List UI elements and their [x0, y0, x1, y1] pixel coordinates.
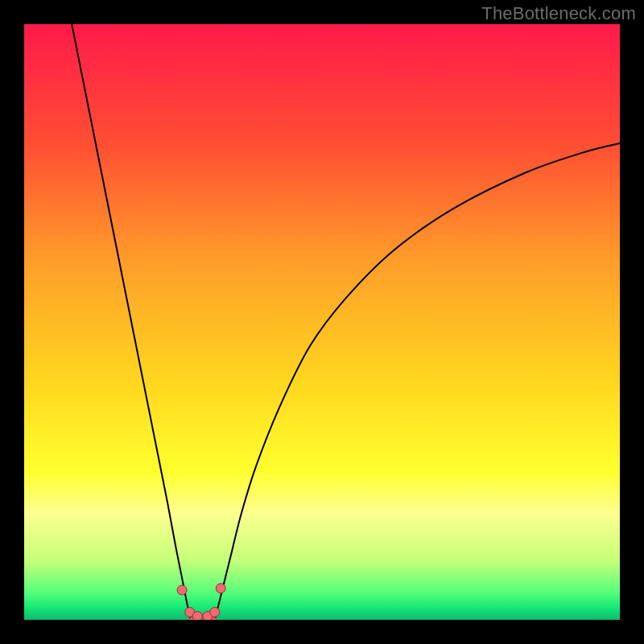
- valley-marker: [192, 612, 202, 620]
- plot-frame: [24, 24, 620, 620]
- valley-marker: [216, 584, 225, 593]
- valley-marker: [210, 607, 220, 617]
- bottleneck-curve: [24, 24, 620, 620]
- watermark-text: TheBottleneck.com: [481, 3, 636, 24]
- valley-marker: [177, 585, 187, 595]
